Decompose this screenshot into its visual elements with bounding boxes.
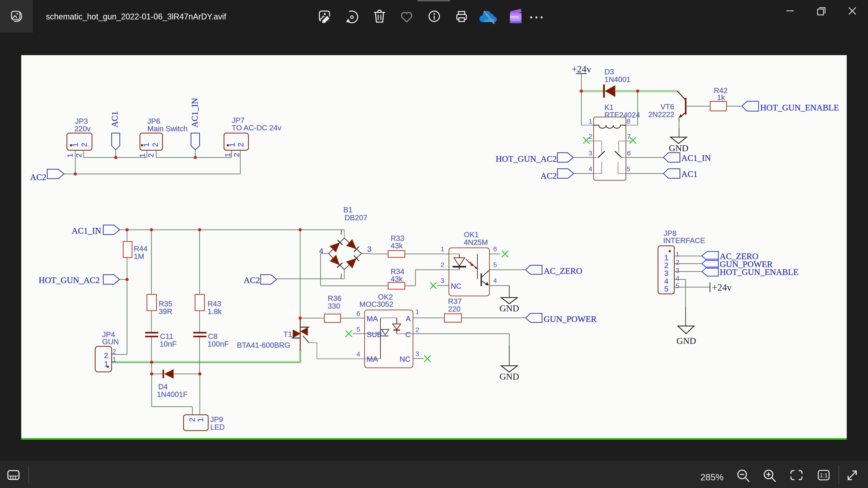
svg-text:6: 6 [627,149,631,157]
svg-text:3: 3 [589,149,592,157]
svg-text:JP9: JP9 [210,415,223,424]
svg-text:AC_ZERO: AC_ZERO [544,266,582,275]
svg-text:1: 1 [196,418,205,422]
svg-text:1k: 1k [717,93,725,102]
svg-text:C11: C11 [160,332,173,340]
svg-text:AC2: AC2 [540,171,557,181]
svg-text:AC1: AC1 [681,169,698,179]
svg-text:AC1_IN: AC1_IN [72,226,101,235]
svg-text:K1: K1 [604,103,614,111]
svg-text:1: 1 [228,143,236,147]
svg-text:330: 330 [328,302,340,310]
svg-text:JP3: JP3 [75,117,88,125]
svg-text:DB207: DB207 [344,214,367,222]
svg-text:39R: 39R [159,307,173,316]
svg-text:1N4001F: 1N4001F [157,390,188,398]
svg-text:43k: 43k [391,275,403,283]
svg-text:NC: NC [451,282,462,290]
svg-text:GND: GND [500,303,519,313]
svg-text:1: 1 [138,153,147,158]
svg-text:5: 5 [627,165,630,173]
svg-text:R33: R33 [391,234,404,242]
svg-text:R35: R35 [159,300,173,308]
svg-text:A: A [406,315,411,323]
svg-text:4N25M: 4N25M [464,238,488,247]
svg-text:2: 2 [147,153,155,158]
svg-text:AC1: AC1 [110,111,119,127]
svg-text:4: 4 [589,165,592,173]
svg-text:1N4001: 1N4001 [604,75,631,84]
svg-text:1: 1 [223,153,232,157]
svg-text:2: 2 [664,261,669,269]
svg-text:4: 4 [493,277,497,284]
svg-text:6: 6 [493,245,497,253]
svg-text:3: 3 [676,267,680,274]
svg-text:2: 2 [151,143,159,147]
svg-text:1:1: 1:1 [819,472,828,479]
svg-text:4: 4 [676,274,680,282]
svg-text:INTERFACE: INTERFACE [663,236,705,245]
svg-text:schematic_hot_gun_2022-01-06_3: schematic_hot_gun_2022-01-06_3lR47nArDY.… [46,12,226,21]
svg-text:1: 1 [415,308,419,315]
svg-text:2: 2 [415,326,419,333]
svg-text:2: 2 [237,143,245,147]
svg-text:2: 2 [676,258,680,266]
svg-text:3: 3 [440,277,444,284]
svg-text:8: 8 [627,118,630,125]
svg-text:TO AC-DC 24v: TO AC-DC 24v [232,124,281,132]
svg-text:HOT_GUN_ENABLE: HOT_GUN_ENABLE [720,267,798,277]
svg-text:MOC3052: MOC3052 [360,300,393,308]
svg-text:2: 2 [232,153,241,157]
svg-text:OK1: OK1 [464,230,479,239]
svg-text:AC1_IN: AC1_IN [681,153,711,163]
svg-text:MA: MA [367,355,378,363]
svg-text:4: 4 [664,277,669,285]
svg-text:4: 4 [356,350,360,358]
svg-text:1: 1 [676,250,680,258]
svg-text:BTA41-600BRG: BTA41-600BRG [237,341,290,349]
svg-text:1: 1 [112,356,116,363]
svg-text:1: 1 [589,118,592,125]
svg-text:Main Switch: Main Switch [147,125,188,133]
svg-text:10nF: 10nF [160,340,177,348]
svg-text:2: 2 [440,261,444,268]
svg-text:220: 220 [448,305,460,313]
svg-text:5: 5 [356,326,360,333]
svg-text:+24v: +24v [572,64,591,74]
svg-text:1: 1 [71,143,79,147]
svg-text:C: C [405,330,411,339]
svg-text:3: 3 [664,269,669,278]
svg-text:2: 2 [188,418,196,422]
svg-text:2: 2 [74,153,83,158]
svg-text:D4: D4 [158,383,168,391]
svg-text:1: 1 [104,360,108,368]
svg-text:AC1_IN: AC1_IN [190,98,199,128]
svg-text:LED: LED [210,423,225,431]
svg-text:43k: 43k [391,241,403,250]
svg-text:R44: R44 [134,245,148,253]
svg-text:JP6: JP6 [147,117,160,125]
svg-text:2: 2 [80,143,88,147]
svg-text:JP7: JP7 [232,116,245,125]
svg-text:GND: GND [669,143,688,153]
svg-text:1: 1 [664,254,669,262]
svg-text:R34: R34 [391,267,404,275]
svg-text:~: ~ [336,230,346,235]
svg-text:1: 1 [66,153,74,158]
svg-text:4: 4 [319,247,323,255]
svg-text:VT6: VT6 [660,103,674,111]
svg-text:R36: R36 [328,294,342,302]
svg-text:+24v: +24v [712,282,732,293]
svg-text:1.8k: 1.8k [208,307,222,316]
svg-text:5: 5 [664,285,669,293]
svg-text:HOT_GUN_AC2: HOT_GUN_AC2 [496,154,557,164]
svg-text:285%: 285% [701,472,723,482]
svg-text:HOT_GUN_AC2: HOT_GUN_AC2 [39,275,100,285]
svg-text:AC2: AC2 [244,275,260,285]
svg-text:5: 5 [493,261,497,268]
svg-text:SUB: SUB [367,330,382,339]
svg-text:7: 7 [627,133,631,140]
svg-text:2: 2 [104,351,108,360]
svg-text:100nF: 100nF [208,340,229,348]
svg-text:NC: NC [400,355,410,363]
